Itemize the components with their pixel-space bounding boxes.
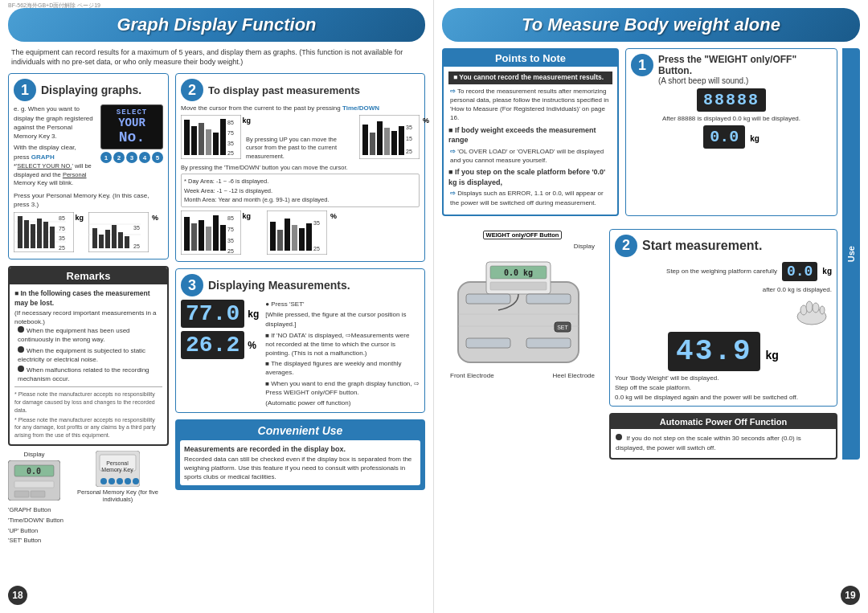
remarks-bold: ■ In the following cases the measurement… xyxy=(14,289,162,309)
display-00-area: 0.0 kg xyxy=(631,125,832,149)
personal-key-label: Personal Memory Key (for five individual… xyxy=(67,488,169,503)
foot-icon-area xyxy=(615,296,832,329)
chart2b-pct: % xyxy=(330,212,337,220)
svg-rect-44 xyxy=(206,129,211,155)
note3: ⇨ Displays such as ERROR, 1.1 or 0.0, wi… xyxy=(448,189,612,206)
left-title: Graph Display Function xyxy=(24,14,409,35)
chart2b-svg: 35 25 xyxy=(267,210,327,255)
svg-rect-43 xyxy=(199,123,204,155)
svg-rect-41 xyxy=(184,120,190,155)
chart2-kg: kg xyxy=(242,212,251,220)
left-page: BF-562海外GB+D面付解除 ページ19 Graph Display Fun… xyxy=(0,0,434,613)
svg-text:25: 25 xyxy=(59,245,65,251)
section1-title: 1 Displaying graphs. xyxy=(14,79,163,101)
step2-display2-box: 43.9 xyxy=(668,332,760,371)
right-step1-title: 1 Press the "WEIGHT only/OFF" Button. (A… xyxy=(631,54,832,85)
svg-point-98 xyxy=(820,306,825,314)
svg-rect-19 xyxy=(105,230,110,248)
svg-text:Memory Key: Memory Key xyxy=(101,467,133,473)
svg-rect-21 xyxy=(118,232,123,248)
select-line: SELECT xyxy=(106,108,158,116)
section1-intro: e. g. When you want to display the graph… xyxy=(14,104,96,141)
week-area: Week Area: -1 ~ -12 is displayed. xyxy=(184,186,416,195)
svg-text:75: 75 xyxy=(59,226,65,231)
display-88888: 88888 xyxy=(697,88,766,112)
footnote-1: * Please note the manufacturer accepts n… xyxy=(14,390,162,414)
svg-text:35: 35 xyxy=(227,141,234,146)
svg-text:35: 35 xyxy=(59,235,65,241)
step1-title-main: Press the "WEIGHT only/OFF" Button. xyxy=(658,54,832,76)
svg-rect-4 xyxy=(18,216,23,248)
svg-text:15: 15 xyxy=(406,136,412,141)
left-header: Graph Display Function xyxy=(8,8,425,42)
body-weight-note: Your 'Body Weight' will be displayed. xyxy=(615,374,832,382)
side-tab-label: Use xyxy=(846,246,856,262)
remarks-subnote: (If necessary record important measureme… xyxy=(14,309,162,326)
left-col2: 2 To display past measurements Move the … xyxy=(175,73,425,546)
svg-rect-67 xyxy=(220,225,226,251)
svg-rect-52 xyxy=(362,125,368,155)
step2-big-display: 43.9 kg xyxy=(615,332,832,371)
graph-display-area: 85 75 35 25 kg xyxy=(14,212,74,254)
svg-text:Personal: Personal xyxy=(106,460,129,466)
scale-display-box: Display 0.0 xyxy=(8,451,60,502)
scale-illustration-svg: 0.0 kg xyxy=(442,250,595,370)
auto-off-title: Automatic Power Off Function xyxy=(611,415,836,429)
svg-rect-87 xyxy=(526,294,571,304)
svg-rect-89 xyxy=(526,338,571,348)
month-area: Month Area: Year and month (e.g. 99-1) a… xyxy=(184,195,416,204)
display-00: 0.0 xyxy=(703,125,745,149)
intro-text: The equipment can record results for a m… xyxy=(8,48,425,67)
warning3: ■ If you step on the scale platform befo… xyxy=(448,167,612,187)
display-77: 77.0 kg xyxy=(181,300,259,328)
points-title: Points to Note xyxy=(444,50,617,67)
num-1: 1 xyxy=(100,152,112,163)
remarks-title: Remarks xyxy=(10,268,167,284)
right-main: Points to Note ■ You cannot record the m… xyxy=(442,48,837,460)
svg-rect-5 xyxy=(24,220,29,248)
percent-display-area: 35 25 % xyxy=(88,212,149,254)
platform-note: Step on the weighing platform carefully xyxy=(615,268,777,275)
num-5: 5 xyxy=(152,152,163,163)
svg-rect-63 xyxy=(191,223,197,251)
kg-label-r1: kg xyxy=(750,134,760,143)
chart1b-pct: % xyxy=(423,116,429,125)
svg-text:35: 35 xyxy=(313,220,320,226)
svg-rect-7 xyxy=(37,219,42,248)
step2-kg1: kg xyxy=(822,267,832,276)
weight-off-note: ■ When you want to end the graph display… xyxy=(265,379,420,397)
number-row: 1 2 3 4 5 xyxy=(100,152,163,163)
warning1: ■ You cannot record the measurement resu… xyxy=(448,72,612,84)
large-displays: 77.0 kg 26.2 % xyxy=(181,300,259,359)
up-note: By pressing UP you can move the cursor f… xyxy=(246,136,354,161)
after-note: After 88888 is displayed 0.0 kg will be … xyxy=(631,115,832,122)
svg-text:25: 25 xyxy=(227,248,234,254)
right-step2-title: 2 Start measurement. xyxy=(615,235,832,257)
right-top-row: Points to Note ■ You cannot record the m… xyxy=(442,48,837,223)
step2-kg2: kg xyxy=(766,349,779,362)
num-3: 3 xyxy=(126,152,137,163)
key-svg: Personal Memory Key xyxy=(96,451,140,487)
kg-label-s3: kg xyxy=(248,309,259,320)
graph-svg: 85 75 35 25 xyxy=(14,212,74,252)
set-note: [While pressed, the figure at the cursor… xyxy=(265,310,420,328)
svg-rect-88 xyxy=(466,338,510,348)
select-your-no-display: SELECT YOUR No. 1 2 3 4 5 xyxy=(100,104,163,163)
auto-power-off: Automatic Power Off Function If you do n… xyxy=(609,413,837,460)
svg-rect-20 xyxy=(112,225,117,248)
left-content: 1 Displaying graphs. e. g. When you want… xyxy=(8,73,425,546)
bullet-3: When malfunctions related to the recordi… xyxy=(18,366,162,383)
svg-text:85: 85 xyxy=(227,215,234,221)
svg-rect-56 xyxy=(391,131,397,155)
section1: 1 Displaying graphs. e. g. When you want… xyxy=(8,73,169,260)
auto-power-note: (Automatic power off function) xyxy=(265,398,420,407)
electrode-labels: Front Electrode Heel Electrode xyxy=(442,372,603,379)
convenient-text: Recorded data can still be checked even … xyxy=(184,455,416,482)
convenient-use: Convenient Use Measurements are recorded… xyxy=(175,419,425,490)
chart2-svg: 85 75 35 25 xyxy=(181,210,241,255)
time-down-ref: Time/DOWN xyxy=(342,104,379,112)
num-4: 4 xyxy=(139,152,150,163)
section3-heading: Displaying Measurements. xyxy=(208,279,350,292)
svg-point-96 xyxy=(806,301,813,313)
svg-rect-77 xyxy=(299,228,305,251)
